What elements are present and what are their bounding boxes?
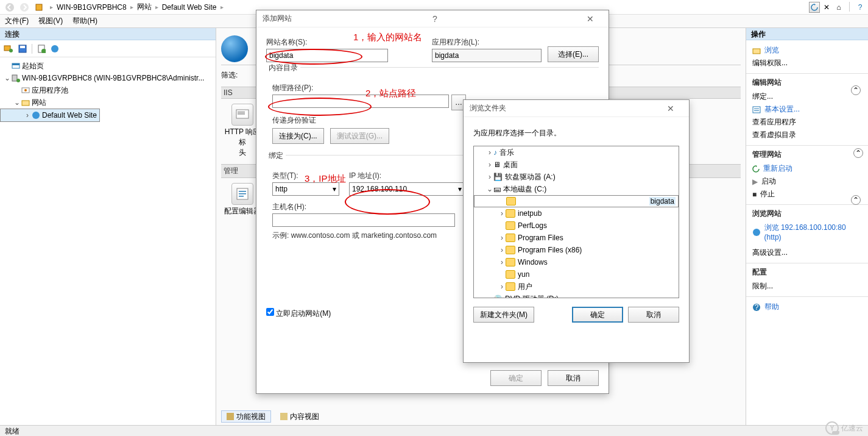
- act-limit[interactable]: 限制...: [752, 280, 862, 293]
- ip-select[interactable]: 192.168.100.110▾: [349, 182, 465, 196]
- act-viewvd[interactable]: 查看虚拟目录: [752, 129, 862, 141]
- type-select[interactable]: http▾: [272, 182, 339, 196]
- folder-tree[interactable]: ›♪音乐 ›🖥桌面 ›💾软盘驱动器 (A:) ⌄🖴本地磁盘 (C:) bigda…: [473, 146, 679, 298]
- path-input[interactable]: [272, 95, 449, 108]
- actions-header: 操作: [746, 28, 868, 40]
- actions-panel: 操作 浏览 编辑权限... 编辑网站 绑定... 基本设置... 查看应用程序 …: [746, 28, 868, 425]
- dialog-title-bar[interactable]: 添加网站 ? ✕: [256, 10, 609, 27]
- svg-rect-27: [239, 196, 244, 197]
- act-help[interactable]: ?帮助: [752, 301, 862, 313]
- ip-label: IP 地址(I):: [349, 171, 465, 181]
- act-viewapp[interactable]: 查看应用程序: [752, 116, 862, 129]
- apppool-label: 应用程序池(L):: [432, 37, 542, 48]
- act-advanced[interactable]: 高级设置...: [752, 246, 862, 259]
- act-stop[interactable]: ■停止: [752, 188, 862, 201]
- watermark: Y亿速云: [825, 421, 863, 435]
- nav-back-icon[interactable]: [2, 1, 17, 13]
- filter-label: 筛选:: [221, 70, 238, 80]
- ft-bigdata[interactable]: bigdata: [474, 195, 679, 207]
- ft-pf[interactable]: ›Program Files: [474, 232, 679, 244]
- collapse-icon[interactable]: ⌃: [851, 85, 861, 95]
- ft-windows[interactable]: ›Windows: [474, 256, 679, 268]
- connections-header: 连接: [0, 28, 216, 40]
- svg-point-17: [32, 112, 40, 119]
- nav-fwd-icon[interactable]: [17, 1, 32, 13]
- select-apppool-button[interactable]: 选择(E)...: [548, 46, 599, 62]
- svg-text:?: ?: [755, 303, 759, 312]
- breadcrumb[interactable]: 网站: [137, 2, 152, 12]
- dialog2-title-bar[interactable]: 浏览文件夹 ✕: [464, 100, 689, 117]
- world-icon[interactable]: [51, 45, 59, 53]
- tree-start-page[interactable]: 起始页: [0, 60, 216, 72]
- svg-rect-28: [227, 413, 234, 420]
- act-config-title: 配置: [752, 267, 862, 277]
- tree-default-site[interactable]: ›Default Web Site: [0, 109, 100, 122]
- svg-rect-2: [36, 4, 42, 10]
- act-manage-title: 管理网站: [752, 149, 862, 160]
- act-browse[interactable]: 浏览: [752, 44, 862, 57]
- ft-dvd[interactable]: ›💿DVD 驱动器 (D:): [474, 293, 679, 298]
- view-content[interactable]: 内容视图: [275, 410, 325, 423]
- status-bar: 就绪: [0, 425, 868, 436]
- act-browsesite-title: 浏览网站: [752, 209, 862, 219]
- menu-view[interactable]: 视图(V): [38, 16, 63, 26]
- ft-desktop[interactable]: ›🖥桌面: [474, 159, 679, 171]
- svg-rect-11: [12, 63, 19, 65]
- ft-user[interactable]: ›用户: [474, 281, 679, 293]
- collapse-icon[interactable]: ⌃: [853, 148, 863, 158]
- autostart-checkbox[interactable]: 立即启动网站(M): [266, 309, 331, 318]
- ft-perflogs[interactable]: PerfLogs: [474, 220, 679, 232]
- close-icon[interactable]: ✕: [658, 104, 683, 113]
- tree-app-pool[interactable]: 应用程序池: [0, 84, 216, 96]
- act-start[interactable]: ▶启动: [752, 175, 862, 188]
- tree-server[interactable]: ⌄WIN-9B1GVRPBHC8 (WIN-9B1GVRPBHC8\Admini…: [0, 72, 216, 84]
- menu-help[interactable]: 帮助(H): [72, 16, 97, 26]
- dialog1-cancel-button[interactable]: 取消: [548, 370, 599, 386]
- connect-as-button[interactable]: 连接为(C)...: [272, 128, 324, 144]
- sitename-input[interactable]: [266, 49, 388, 62]
- svg-rect-16: [22, 101, 29, 105]
- ft-pf86[interactable]: ›Program Files (x86): [474, 244, 679, 256]
- svg-point-1: [20, 3, 29, 12]
- help-icon[interactable]: ?: [855, 2, 866, 13]
- home-icon[interactable]: ⌂: [833, 2, 844, 13]
- svg-point-0: [5, 3, 14, 12]
- act-editsite-title: 编辑网站: [752, 77, 862, 88]
- act-binding[interactable]: 绑定...: [752, 90, 862, 103]
- svg-point-34: [753, 229, 760, 236]
- svg-point-4: [9, 49, 13, 52]
- view-features[interactable]: 功能视图: [221, 410, 271, 423]
- host-input[interactable]: [272, 213, 455, 227]
- close-icon[interactable]: ✕: [578, 14, 602, 24]
- act-restart[interactable]: 重新启动: [752, 162, 862, 175]
- refresh-icon[interactable]: [809, 2, 820, 13]
- svg-rect-31: [753, 107, 760, 113]
- dialog2-ok-button[interactable]: 确定: [572, 307, 623, 323]
- new-folder-button[interactable]: 新建文件夹(M): [473, 307, 534, 323]
- ft-yun[interactable]: yun: [474, 268, 679, 281]
- connect-icon[interactable]: [4, 45, 13, 53]
- ft-music[interactable]: ›♪音乐: [474, 146, 679, 159]
- refresh-icon[interactable]: [37, 45, 46, 53]
- collapse-icon[interactable]: ⌃: [851, 195, 861, 205]
- svg-point-13: [16, 79, 20, 82]
- ft-floppy[interactable]: ›💾软盘驱动器 (A:): [474, 171, 679, 183]
- connections-panel: 连接 起始页 ⌄WIN-9B1GVRPBHC8 (WIN-9B1GVRPBHC8…: [0, 28, 216, 425]
- ft-cdrive[interactable]: ⌄🖴本地磁盘 (C:): [474, 183, 679, 195]
- dialog2-cancel-button[interactable]: 取消: [628, 307, 679, 323]
- tree-sites[interactable]: ⌄网站: [0, 96, 216, 109]
- svg-rect-26: [239, 193, 246, 195]
- ft-inetpub[interactable]: ›inetpub: [474, 207, 679, 220]
- menu-file[interactable]: 文件(F): [5, 16, 29, 26]
- act-editperm[interactable]: 编辑权限...: [752, 57, 862, 70]
- svg-rect-12: [12, 75, 17, 81]
- breadcrumb[interactable]: WIN-9B1GVRPBHC8: [57, 3, 127, 12]
- help-icon[interactable]: ?: [423, 14, 447, 24]
- sep: ▸: [50, 4, 53, 10]
- breadcrumb[interactable]: Default Web Site: [162, 3, 217, 12]
- save-icon[interactable]: [18, 45, 27, 53]
- act-basic[interactable]: 基本设置...: [752, 103, 862, 116]
- stop-icon[interactable]: ✕: [821, 2, 832, 13]
- act-browse-http[interactable]: 浏览 192.168.100.100:80 (http): [752, 221, 862, 243]
- browse-folder-dialog: 浏览文件夹 ✕ 为应用程序选择一个目录。 ›♪音乐 ›🖥桌面 ›💾软盘驱动器 (…: [463, 99, 690, 363]
